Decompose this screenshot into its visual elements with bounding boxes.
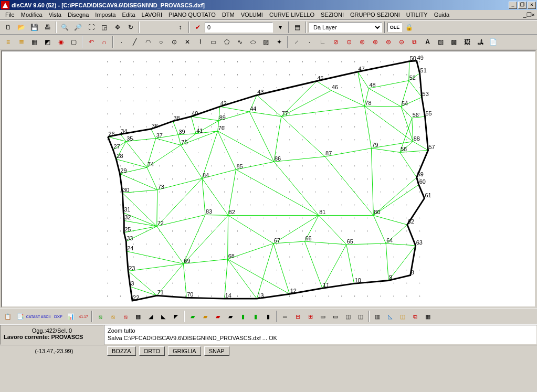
btool-mesh3[interactable]: ⧅ — [120, 311, 131, 322]
tan3-icon[interactable]: ⊚ — [356, 36, 368, 48]
line-icon[interactable]: ╱ — [129, 36, 141, 48]
drawing-canvas[interactable]: 2634352728293031322533242332236377473727… — [1, 50, 536, 308]
btool-ascii[interactable]: ASCII — [40, 311, 51, 322]
btool-sec2[interactable]: ⊟ — [292, 311, 303, 322]
tan6-icon[interactable]: ⊝ — [395, 36, 407, 48]
osnap4-icon[interactable]: ◩ — [41, 36, 54, 48]
lock-icon[interactable]: 🔒 — [403, 22, 415, 33]
btool-surf7[interactable]: ▮ — [262, 311, 274, 322]
menu-edita[interactable]: Edita — [119, 10, 138, 19]
menu-curve-livello[interactable]: CURVE LIVELLO — [266, 10, 318, 19]
btool-surf2[interactable]: ▰ — [199, 311, 211, 322]
btool-2[interactable]: 📑 — [15, 311, 26, 322]
arrow-icon[interactable]: ↕ — [174, 22, 186, 33]
menu-volumi[interactable]: VOLUMI — [238, 10, 266, 19]
layer-input[interactable] — [205, 22, 273, 33]
menu-modifica[interactable]: Modifica — [18, 10, 46, 19]
btool-sec1[interactable]: ═ — [279, 311, 291, 322]
btool-view3[interactable]: ◫ — [397, 311, 408, 322]
btool-tri2[interactable]: ◣ — [157, 311, 169, 322]
spline-icon[interactable]: ∿ — [234, 36, 246, 48]
star-icon[interactable]: ✦ — [273, 36, 285, 48]
tan4-icon[interactable]: ⊛ — [369, 36, 381, 48]
hatch3-icon[interactable]: ▩ — [448, 36, 460, 48]
undo-icon[interactable]: ↶ — [85, 36, 97, 48]
btool-mesh1[interactable]: ⧅ — [94, 311, 106, 322]
btool-sec3[interactable]: ⊞ — [304, 311, 316, 322]
dalayer-select[interactable]: Da Layer — [309, 22, 382, 33]
layers-icon[interactable]: ▤ — [291, 22, 303, 33]
btool-mesh2[interactable]: ⧅ — [107, 311, 119, 322]
close-button[interactable]: × — [528, 2, 536, 9]
pan-icon[interactable]: ✥ — [111, 22, 123, 33]
btool-catast[interactable]: CATAST — [27, 311, 39, 322]
footer-bozza[interactable]: BOZZA — [107, 346, 136, 356]
menu-utility[interactable]: UTILITY — [403, 10, 431, 19]
btool-tri1[interactable]: ◢ — [145, 311, 156, 322]
perp-icon[interactable]: ∟ — [317, 36, 329, 48]
rect-icon[interactable]: ▭ — [207, 36, 219, 48]
btool-4117[interactable]: 41.17 — [78, 311, 89, 322]
zoom-in-icon[interactable]: 🔎 — [72, 22, 84, 33]
layer-dropdown-icon[interactable]: ▾ — [274, 22, 286, 33]
btool-view5[interactable]: ▦ — [422, 311, 434, 322]
extend-icon[interactable]: · — [303, 36, 315, 48]
btool-surf1[interactable]: ▰ — [187, 311, 198, 322]
ellipse-icon[interactable]: ⬭ — [247, 36, 259, 48]
tan1-icon[interactable]: ⊘ — [330, 36, 342, 48]
tan2-icon[interactable]: ⊙ — [343, 36, 355, 48]
cross-icon[interactable]: ✕ — [181, 36, 193, 48]
text-icon[interactable]: A — [422, 36, 434, 48]
zoom-fit-icon[interactable]: ⛶ — [85, 22, 97, 33]
menu-gruppo-sezioni[interactable]: GRUPPO SEZIONI — [347, 10, 403, 19]
btool-sec5[interactable]: ▭ — [330, 311, 341, 322]
btool-view2[interactable]: ◺ — [384, 311, 396, 322]
open-icon[interactable]: 📂 — [15, 22, 27, 33]
menu-disegna[interactable]: Disegna — [65, 10, 92, 19]
point-icon[interactable]: · — [115, 36, 128, 48]
zoom-window-icon[interactable]: ◲ — [98, 22, 110, 33]
footer-griglia[interactable]: GRIGLIA — [168, 346, 201, 356]
menu-piano-quotato[interactable]: PIANO QUOTATO — [165, 10, 219, 19]
minimize-button[interactable]: _ — [509, 2, 517, 9]
mdi-close-button[interactable]: × — [532, 12, 535, 18]
menu-guida[interactable]: Guida — [431, 10, 452, 19]
circle-center-icon[interactable]: ⊙ — [168, 36, 180, 48]
osnap6-icon[interactable]: ▢ — [68, 36, 80, 48]
menu-file[interactable]: File — [2, 10, 18, 19]
hatch-icon[interactable]: ▨ — [260, 36, 272, 48]
btool-sec6[interactable]: ◫ — [342, 311, 354, 322]
btool-grid[interactable]: ▦ — [132, 311, 144, 322]
osnap5-icon[interactable]: ◉ — [55, 36, 67, 48]
osnap3-icon[interactable]: ▦ — [28, 36, 40, 48]
btool-surf4[interactable]: ▰ — [225, 311, 236, 322]
redraw-icon[interactable]: ↻ — [124, 22, 136, 33]
magnet-icon[interactable]: ∩ — [98, 36, 110, 48]
polyline-icon[interactable]: ⌇ — [194, 36, 206, 48]
image-icon[interactable]: 🖼 — [461, 36, 473, 48]
arc-icon[interactable]: ◠ — [142, 36, 154, 48]
new-icon[interactable]: 🗋 — [2, 22, 14, 33]
btool-sec7[interactable]: ◫ — [355, 311, 366, 322]
btool-view4[interactable]: ⧉ — [409, 311, 421, 322]
btool-surf6[interactable]: ▮ — [250, 311, 261, 322]
menu-vista[interactable]: Vista — [46, 10, 65, 19]
menu-imposta[interactable]: Imposta — [92, 10, 119, 19]
btool-tri3[interactable]: ◤ — [170, 311, 182, 322]
circle-icon[interactable]: ○ — [155, 36, 167, 48]
btool-sec4[interactable]: ▭ — [317, 311, 329, 322]
btool-6[interactable]: 📊 — [65, 311, 77, 322]
btool-surf5[interactable]: ▮ — [237, 311, 249, 322]
menu-lavori[interactable]: LAVORI — [139, 10, 166, 19]
footer-orto[interactable]: ORTO — [139, 346, 165, 356]
trim-icon[interactable]: ⟋ — [290, 36, 302, 48]
insert-icon[interactable]: 📄 — [487, 36, 499, 48]
polygon-icon[interactable]: ⬠ — [220, 36, 233, 48]
osnap1-icon[interactable]: ≡ — [2, 36, 14, 48]
chain-icon[interactable]: ⧉ — [408, 36, 420, 48]
zoom-out-icon[interactable]: 🔍 — [59, 22, 71, 33]
print-icon[interactable]: 🖶 — [41, 22, 54, 33]
photo-icon[interactable]: 🏞 — [474, 36, 486, 48]
footer-snap[interactable]: SNAP — [204, 346, 229, 356]
btool-dxf[interactable]: DXF — [52, 311, 64, 322]
